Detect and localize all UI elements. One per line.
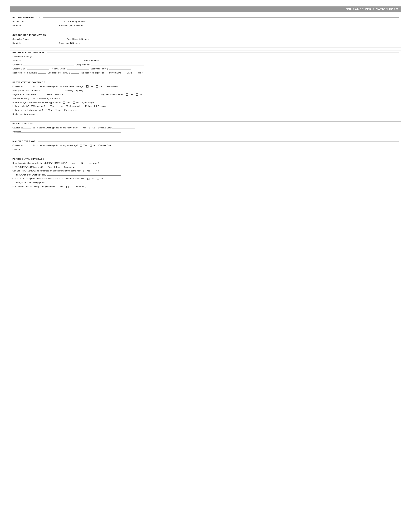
prev-fms-row: Eligible for an FMS every: years Last FM…	[12, 93, 399, 95]
insurance-renewal-month-field[interactable]	[67, 67, 89, 69]
basic-includes-field[interactable]	[21, 130, 121, 133]
prev-covered-pct-field[interactable]	[23, 85, 31, 87]
major-effective-date-label: Effective Date:	[98, 144, 112, 146]
prev-fluoride-field[interactable]	[61, 97, 122, 99]
perio-srp-covered-no-checkbox[interactable]	[55, 166, 57, 168]
major-covered-row: Covered at % Is there a waiting period f…	[12, 144, 399, 146]
perio-srp-quadrants-yes-checkbox[interactable]	[83, 170, 86, 172]
insurance-address-field[interactable]	[21, 59, 83, 61]
prev-bitewing-field[interactable]	[85, 89, 107, 91]
perio-adult-prophy-yes-checkbox[interactable]	[87, 178, 89, 180]
perio-srp-history-no-checkbox[interactable]	[78, 162, 80, 164]
basic-checkbox[interactable]	[124, 72, 126, 74]
prev-age-fluoride-ifyes-field[interactable]	[95, 101, 130, 103]
perio-frequency-field[interactable]	[75, 165, 128, 168]
prev-molars-checkbox[interactable]	[82, 105, 84, 107]
prev-age-limit-sealants-row: Is there an age limit on sealants? Yes N…	[12, 109, 399, 111]
subscriber-section-title: SUBSCRIBER INFORMATION	[12, 34, 48, 36]
prev-fms-now-no-checkbox[interactable]	[136, 94, 138, 95]
prev-age-sealants-yes-label: Yes	[48, 109, 52, 111]
perio-adult-prophy-yes-label: Yes	[91, 177, 94, 180]
prev-effective-date-label: Effective Date:	[105, 85, 118, 87]
major-covered-pct-label: %	[33, 144, 35, 146]
major-checkbox[interactable]	[135, 72, 137, 74]
prev-age-limit-fluoride-label: Is there an age limit on flouride varnis…	[12, 101, 61, 104]
insurance-phone-field[interactable]	[99, 59, 122, 61]
perio-if-yes-when-label: If yes, when?	[87, 162, 99, 164]
perio-waiting-period2-field[interactable]	[47, 181, 121, 183]
patient-relationship-field[interactable]	[85, 24, 138, 26]
basic-waiting-yes-checkbox[interactable]	[80, 127, 82, 129]
insurance-company-row: Insurance Company:	[12, 55, 399, 58]
prev-age-sealants-ifyes-field[interactable]	[77, 109, 100, 111]
basic-waiting-label: Is there a waiting period for basic cove…	[37, 126, 78, 129]
subscriber-id-field[interactable]	[81, 42, 134, 44]
prev-age-fluoride-no-label: No	[76, 101, 78, 104]
perio-waiting-period2-label: If not, what is the waiting period?	[16, 181, 46, 184]
patient-name-field[interactable]	[26, 20, 62, 22]
subscriber-name-field[interactable]	[30, 38, 65, 40]
perio-maintenance-frequency-field[interactable]	[87, 185, 140, 187]
perio-waiting-period-field[interactable]	[47, 173, 121, 176]
prev-waiting-no-checkbox[interactable]	[96, 86, 98, 87]
perio-srp-quadrants-no-checkbox[interactable]	[93, 170, 95, 172]
prev-effective-date-field[interactable]	[119, 85, 141, 87]
basic-covered-pct-field[interactable]	[23, 126, 31, 128]
perio-adult-prophy-no-checkbox[interactable]	[97, 178, 99, 180]
subscriber-birthdate-field[interactable]	[22, 42, 57, 44]
subscriber-birthdate-row: Birthdate: Subscriber ID Number:	[12, 42, 399, 44]
prev-fms-now-yes-checkbox[interactable]	[126, 94, 128, 95]
basic-effective-date-field[interactable]	[112, 126, 135, 128]
prev-age-fluoride-yes-checkbox[interactable]	[63, 102, 65, 104]
perio-srp-history-yes-checkbox[interactable]	[69, 162, 71, 164]
major-waiting-no-checkbox[interactable]	[90, 144, 92, 147]
patient-ssn-label: Social Security Number:	[63, 20, 86, 23]
prev-waiting-yes-checkbox[interactable]	[86, 86, 88, 87]
perio-srp-covered-label: Is SRP (D4341/D4342) covered?	[12, 166, 43, 168]
prev-fms-every-field[interactable]	[37, 93, 45, 95]
prev-replacement-field[interactable]	[39, 113, 126, 115]
perio-srp-covered-yes-checkbox[interactable]	[45, 166, 47, 168]
prev-sealant-no-checkbox[interactable]	[57, 105, 59, 107]
perio-maintenance-yes-checkbox[interactable]	[57, 186, 59, 188]
prev-premolars-checkbox[interactable]	[95, 105, 96, 107]
prev-sealant-no-label: No	[60, 105, 63, 107]
insurance-effective-date-field[interactable]	[27, 67, 49, 69]
prev-fluoride-row: Flouride Varnish (D1203/D1204/D1206) Fre…	[12, 97, 399, 100]
subscriber-name-label: Subscriber Name:	[12, 38, 29, 40]
basic-section-title: BASIC COVERAGE	[12, 123, 36, 125]
header-title-text: INSURANCE VERIFICATION FORM	[345, 8, 398, 11]
perio-waiting-period2-row: If not, what is the waiting period?	[12, 181, 399, 184]
prev-sealant-yes-checkbox[interactable]	[47, 105, 49, 107]
prev-covered-row: Covered at % Is there a waiting period f…	[12, 85, 399, 87]
basic-waiting-no-checkbox[interactable]	[89, 127, 91, 129]
insurance-information-section: INSURANCE INFORMATION Insurance Company:…	[10, 50, 401, 77]
patient-birthdate-field[interactable]	[22, 24, 57, 26]
major-includes-field[interactable]	[21, 148, 121, 150]
insurance-employer-row: Employer: Group Number:	[12, 63, 399, 66]
patient-ssn-field[interactable]	[86, 20, 140, 22]
insurance-yearly-max-field[interactable]	[109, 67, 131, 69]
prev-last-fms-field[interactable]	[64, 93, 99, 95]
prev-replacement-row: Replacement on sealants is:	[12, 113, 399, 115]
insurance-group-field[interactable]	[91, 63, 144, 66]
major-waiting-yes-checkbox[interactable]	[80, 144, 82, 147]
insurance-ded-family-field[interactable]	[71, 71, 79, 74]
subscriber-ssn-field[interactable]	[90, 38, 143, 40]
major-covered-pct-field[interactable]	[23, 144, 31, 146]
section-divider	[37, 124, 399, 124]
insurance-ded-individual-field[interactable]	[38, 71, 46, 74]
perio-waiting-period-label: If not, what is the waiting period?	[16, 174, 46, 176]
major-effective-date-field[interactable]	[113, 144, 135, 146]
insurance-company-field[interactable]	[32, 55, 137, 57]
prev-age-sealants-yes-checkbox[interactable]	[45, 109, 47, 111]
perio-maintenance-no-checkbox[interactable]	[67, 186, 68, 188]
prev-prophy-field[interactable]	[41, 89, 64, 91]
prev-age-sealants-no-checkbox[interactable]	[55, 109, 57, 111]
insurance-employer-field[interactable]	[23, 63, 74, 66]
basic-coverage-section: BASIC COVERAGE Covered at % Is there a w…	[10, 121, 401, 136]
preventative-checkbox[interactable]	[106, 72, 108, 74]
prev-age-fluoride-no-checkbox[interactable]	[73, 102, 75, 104]
perio-if-yes-when-field[interactable]	[100, 162, 135, 164]
prev-sealant-yes-label: Yes	[50, 105, 54, 107]
